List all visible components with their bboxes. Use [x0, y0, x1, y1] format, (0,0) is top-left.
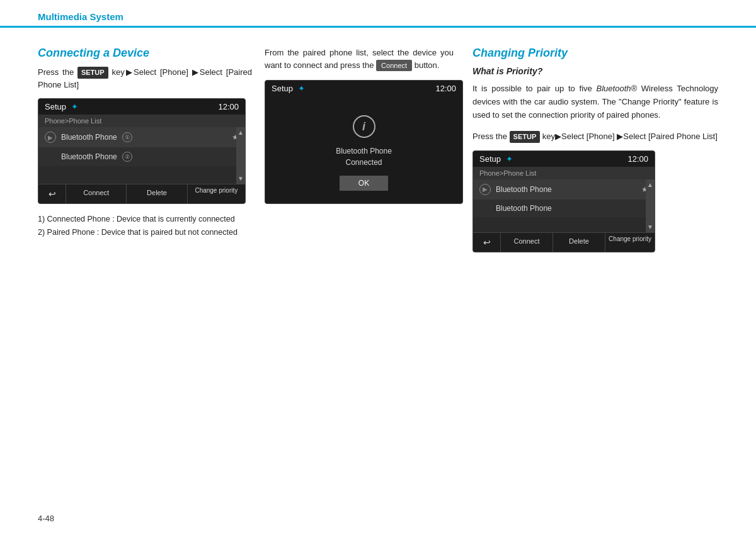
phone-items-1: ▶ Bluetooth Phone ① ★ Bluetooth Phone ②	[38, 127, 245, 184]
connecting-device-title: Connecting a Device	[38, 47, 252, 60]
phone-name-2: Bluetooth Phone	[61, 152, 117, 161]
ok-button[interactable]: OK	[340, 176, 388, 191]
num-badge-1: ①	[122, 132, 132, 142]
bluetooth-icon-1: ✦	[71, 102, 78, 111]
phone-list-3: ▶ Bluetooth Phone ★ Bluetooth Phone ▲ ▼	[473, 179, 655, 232]
empty-row-3	[473, 217, 655, 232]
screen-3-header: Setup ✦ 12:00	[473, 151, 655, 167]
scroll-up-3: ▲	[647, 181, 653, 188]
press-text-right: Press the	[472, 132, 507, 141]
back-button-3[interactable]: ↩	[473, 233, 501, 252]
note-1: 1) Connected Phone : Device that is curr…	[38, 213, 252, 226]
scroll-down-arrow: ▼	[238, 175, 244, 182]
header-title: Multimedia System	[38, 11, 123, 22]
play-icon-1: ▶	[45, 132, 56, 143]
phone-item-2: Bluetooth Phone ②	[38, 147, 245, 166]
delete-button-3[interactable]: Delete	[553, 233, 605, 252]
bluetooth-icon-2: ✦	[298, 84, 305, 93]
connected-line2: Connected	[336, 157, 392, 168]
change-priority-button-1[interactable]: Change priority	[188, 184, 245, 203]
phone-name-3: Bluetooth Phone	[496, 185, 552, 194]
note-2: 2) Paired Phone : Device that is paired …	[38, 226, 252, 239]
screen-1-footer: ↩ Connect Delete Change priority	[38, 184, 245, 203]
delete-button-1[interactable]: Delete	[127, 184, 187, 203]
phone-item-3: ▶ Bluetooth Phone ★	[473, 179, 655, 200]
connected-text: Bluetooth Phone Connected	[336, 145, 392, 168]
screen-1-time: 12:00	[218, 102, 239, 111]
back-button-1[interactable]: ↩	[38, 184, 66, 203]
center-column: From the paired phone list, select the d…	[252, 47, 454, 252]
scroll-up-arrow: ▲	[238, 129, 244, 136]
phone-list-1: ▶ Bluetooth Phone ① ★ Bluetooth Phone ② …	[38, 127, 245, 184]
screen-3: Setup ✦ 12:00 Phone>Phone List ▶ Bluetoo…	[472, 150, 655, 252]
info-icon: i	[353, 115, 375, 138]
screen-1-title-area: Setup ✦	[45, 102, 78, 111]
phone-item-1: ▶ Bluetooth Phone ① ★	[38, 127, 245, 147]
right-instruction: Press the SETUP key▶Select [Phone] ▶Sele…	[472, 130, 718, 143]
changing-priority-title: Changing Priority	[472, 47, 718, 60]
priority-description: It is possible to pair up to five Blueto…	[472, 82, 718, 121]
screen-1-header: Setup ✦ 12:00	[38, 99, 245, 115]
bluetooth-icon-3: ✦	[506, 154, 513, 164]
phone-item-4: Bluetooth Phone	[473, 200, 655, 217]
page-header: Multimedia System	[0, 0, 756, 28]
main-content: Connecting a Device Press the SETUP key▶…	[0, 28, 756, 252]
phone-name-1: Bluetooth Phone	[61, 133, 117, 142]
screen-3-body: Phone>Phone List ▶ Bluetooth Phone ★ Blu…	[473, 167, 655, 232]
page-number: 4-48	[38, 514, 54, 523]
screen-3-footer: ↩ Connect Delete Change priority	[473, 232, 655, 252]
scroll-down-3: ▼	[647, 223, 653, 230]
connect-badge: Connect	[376, 60, 412, 72]
bluetooth-trademark: Bluetooth®	[597, 84, 638, 93]
screen-1: Setup ✦ 12:00 Phone>Phone List ▶ Bluetoo…	[38, 98, 246, 204]
phone-items-3: ▶ Bluetooth Phone ★ Bluetooth Phone	[473, 179, 655, 232]
right-column: Changing Priority What is Priority? It i…	[454, 47, 718, 252]
screen-2-title: Setup	[272, 84, 293, 93]
scrollbar-3: ▲ ▼	[646, 179, 655, 232]
connect-button-1[interactable]: Connect	[66, 184, 127, 203]
screen-3-title-area: Setup ✦	[479, 154, 513, 164]
setup-badge-left: SETUP	[77, 67, 108, 79]
connected-line1: Bluetooth Phone	[336, 145, 392, 157]
screen-2-title-area: Setup ✦	[272, 84, 305, 93]
connect-button-3[interactable]: Connect	[501, 233, 553, 252]
screen-1-title: Setup	[45, 102, 66, 111]
what-is-priority: What is Priority?	[472, 66, 718, 76]
center-instruction: From the paired phone list, select the d…	[265, 47, 454, 71]
screen-2-header: Setup ✦ 12:00	[265, 81, 462, 96]
screen-2: Setup ✦ 12:00 i Bluetooth Phone Connecte…	[265, 80, 463, 204]
press-text: Press the	[38, 67, 74, 77]
screen-1-body: Phone>Phone List ▶ Bluetooth Phone ① ★ B…	[38, 115, 245, 184]
scrollbar-1: ▲ ▼	[236, 127, 245, 184]
connected-body: i Bluetooth Phone Connected OK	[265, 96, 462, 203]
screen-3-time: 12:00	[627, 154, 648, 164]
left-instruction: Press the SETUP key▶Select [Phone] ▶Sele…	[38, 66, 252, 91]
phone-name-4: Bluetooth Phone	[496, 204, 552, 213]
num-badge-2: ②	[122, 152, 132, 162]
key-select-text-right: key▶Select [Phone] ▶Select [Paired Phone…	[542, 132, 718, 141]
center-inst-text2: button.	[415, 60, 440, 70]
screen-1-subtitle: Phone>Phone List	[38, 115, 245, 127]
setup-badge-right: SETUP	[510, 131, 541, 143]
play-icon-3: ▶	[479, 184, 491, 195]
screen-3-title: Setup	[479, 154, 501, 164]
change-priority-button-3[interactable]: Change priority	[605, 233, 655, 252]
left-column: Connecting a Device Press the SETUP key▶…	[38, 47, 252, 252]
screen-3-subtitle: Phone>Phone List	[473, 167, 655, 179]
notes: 1) Connected Phone : Device that is curr…	[38, 213, 252, 240]
empty-row	[38, 166, 245, 184]
